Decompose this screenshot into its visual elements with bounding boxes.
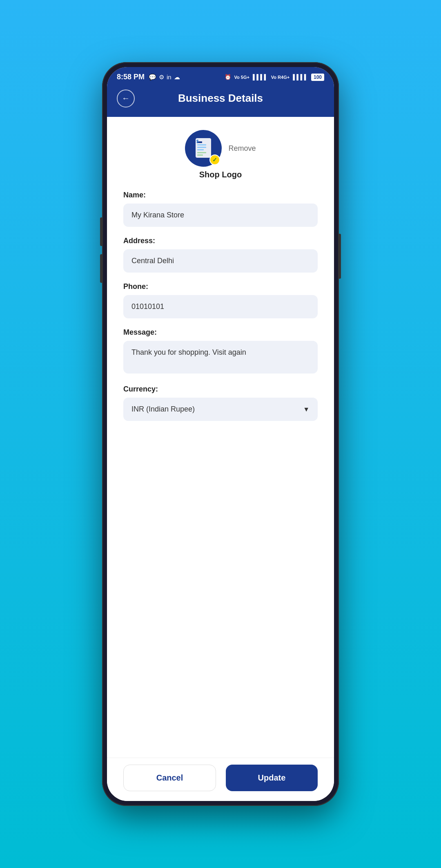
bottom-buttons: Cancel Update [107,758,334,801]
name-label: Name: [123,191,318,199]
page-title: Business Details [178,92,263,105]
vol-down-button [100,254,102,283]
message-input[interactable]: Thank you for shopping. Visit again [123,341,318,374]
phone-frame: 8:58 PM 💬 ⚙ in ☁ ⏰ Vo 5G+ ▌▌▌▌ Vo R4G+ ▌… [102,62,339,806]
phone-input[interactable] [123,295,318,318]
power-button [339,234,341,279]
currency-label: Currency: [123,385,318,394]
status-left: 8:58 PM 💬 ⚙ in ☁ [117,73,180,81]
svg-rect-3 [197,147,206,148]
address-label: Address: [123,237,318,245]
back-button[interactable]: ← [117,89,135,107]
phone-screen: 8:58 PM 💬 ⚙ in ☁ ⏰ Vo 5G+ ▌▌▌▌ Vo R4G+ ▌… [107,67,334,801]
cancel-button[interactable]: Cancel [123,765,216,791]
svg-rect-6 [197,152,206,153]
status-time: 8:58 PM [117,73,145,81]
svg-rect-4 [197,149,204,150]
content-area: $ ✓ Remove Shop Logo Name: Address: Phon… [107,117,334,758]
currency-value: INR (Indian Rupee) [131,405,195,414]
phone-label: Phone: [123,282,318,291]
signal-lte-icon: Vo R4G+ [271,75,290,80]
shop-logo-circle[interactable]: $ ✓ [185,130,222,167]
cloud-icon: ☁ [174,74,180,81]
whatsapp-icon: 💬 [149,74,156,81]
alarm-icon: ⏰ [225,74,231,80]
status-icons: 💬 ⚙ in ☁ [149,74,180,81]
chevron-down-icon: ▼ [303,406,310,413]
logo-section: $ ✓ Remove [123,130,318,167]
signal-bars-icon: ▌▌▌▌ [253,74,268,80]
svg-text:$: $ [196,139,199,144]
signal-5g-icon: Vo 5G+ [234,75,249,80]
shop-logo-label: Shop Logo [123,170,318,179]
linkedin-icon: in [167,74,172,81]
back-arrow-icon: ← [122,94,130,103]
vol-up-button [100,217,102,246]
update-button[interactable]: Update [226,765,318,791]
logo-check-badge: ✓ [209,154,220,165]
currency-select[interactable]: INR (Indian Rupee) ▼ [123,398,318,421]
remove-label[interactable]: Remove [228,144,256,153]
status-bar: 8:58 PM 💬 ⚙ in ☁ ⏰ Vo 5G+ ▌▌▌▌ Vo R4G+ ▌… [107,67,334,85]
battery-indicator: 100 [311,74,324,81]
svg-rect-7 [197,154,203,156]
settings-icon: ⚙ [159,74,164,81]
svg-rect-2 [197,144,206,145]
address-input[interactable] [123,249,318,273]
signal-bars2-icon: ▌▌▌▌ [293,74,308,80]
message-label: Message: [123,328,318,337]
header: ← Business Details [107,85,334,117]
name-input[interactable] [123,204,318,227]
check-icon: ✓ [212,157,217,163]
status-right: ⏰ Vo 5G+ ▌▌▌▌ Vo R4G+ ▌▌▌▌ 100 [225,74,324,81]
